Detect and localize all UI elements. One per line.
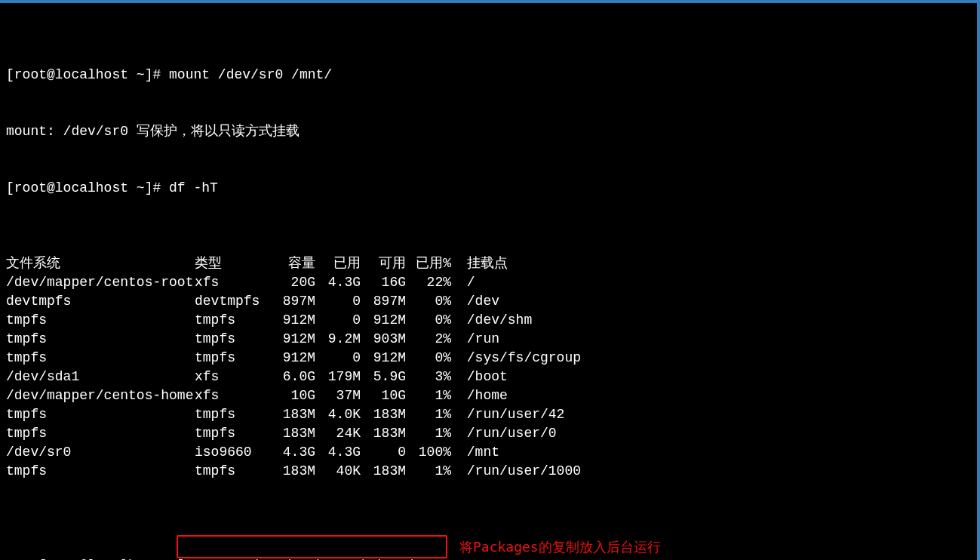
command-text: df -hT [169, 180, 218, 195]
df-header-row: 文件系统类型容量已用可用已用% 挂载点 [6, 254, 977, 273]
prompt: [root@localhost ~]# [6, 67, 169, 82]
df-output-table: 文件系统类型容量已用可用已用% 挂载点/dev/mapper/centos-ro… [6, 254, 977, 481]
highlight-box-cp [177, 535, 447, 558]
df-row: tmpfstmpfs183M24K183M1% /run/user/0 [6, 424, 977, 443]
df-row: /dev/mapper/centos-homexfs10G37M10G1% /h… [6, 386, 977, 405]
terminal-window[interactable]: [root@localhost ~]# mount /dev/sr0 /mnt/… [0, 0, 980, 560]
terminal-line: [root@localhost ~]# cp -r /mnt/Packages/… [6, 537, 977, 556]
df-row: tmpfstmpfs912M0912M0% /dev/shm [6, 311, 977, 330]
df-row: /dev/mapper/centos-rootxfs20G4.3G16G22% … [6, 273, 977, 292]
annotation-cp: 将Packages的复制放入后台运行 [459, 537, 661, 556]
prompt: [root@localhost ~]# [6, 180, 169, 195]
df-row: /dev/sr0iso96604.3G4.3G0100% /mnt [6, 443, 977, 462]
terminal-line: [root@localhost ~]# mount /dev/sr0 /mnt/ [6, 66, 977, 85]
df-row: tmpfstmpfs912M9.2M903M2% /run [6, 330, 977, 349]
command-text: mount /dev/sr0 /mnt/ [169, 67, 332, 82]
terminal-line: mount: /dev/sr0 写保护，将以只读方式挂载 [6, 122, 977, 141]
df-row: tmpfstmpfs183M4.0K183M1% /run/user/42 [6, 405, 977, 424]
df-row: devtmpfsdevtmpfs897M0897M0% /dev [6, 292, 977, 311]
df-row: /dev/sda1xfs6.0G179M5.9G3% /boot [6, 368, 977, 386]
df-row: tmpfstmpfs912M0912M0% /sys/fs/cgroup [6, 349, 977, 368]
df-row: tmpfstmpfs183M40K183M1% /run/user/1000 [6, 462, 977, 481]
output-text: mount: /dev/sr0 写保护，将以只读方式挂载 [6, 124, 300, 139]
terminal-line: [root@localhost ~]# df -hT [6, 179, 977, 198]
